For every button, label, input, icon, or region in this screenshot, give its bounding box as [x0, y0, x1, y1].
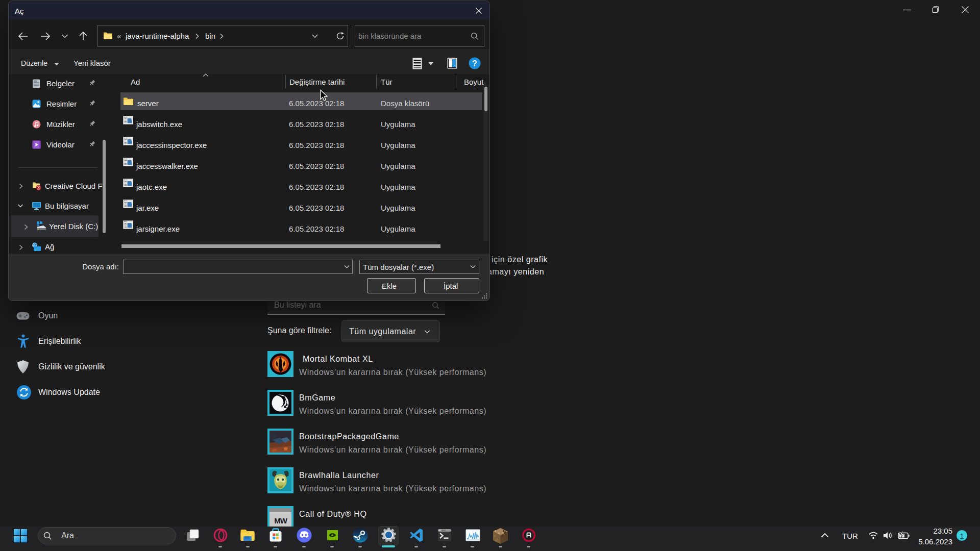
svg-text:MW: MW [274, 516, 287, 525]
svg-text:?: ? [472, 59, 477, 68]
